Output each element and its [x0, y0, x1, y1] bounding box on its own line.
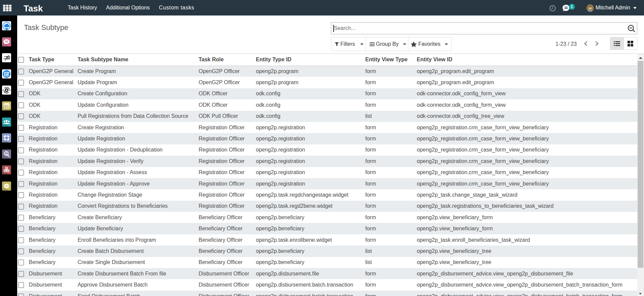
svg-text:S: S [7, 56, 9, 59]
